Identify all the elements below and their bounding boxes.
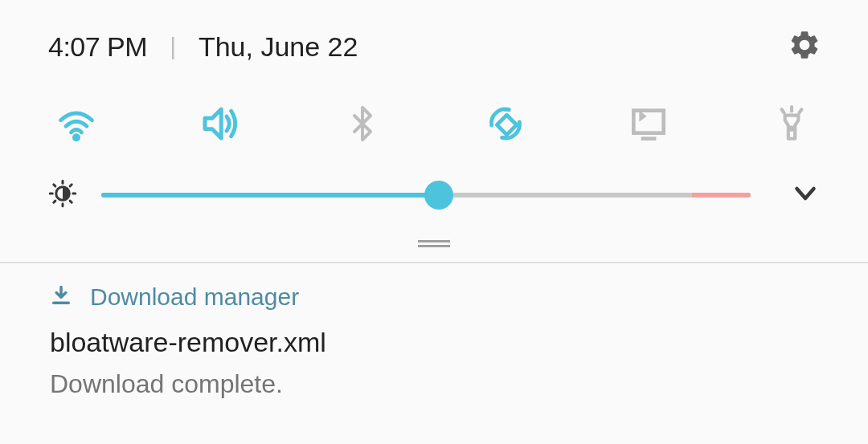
status-bar: 4:07 PM | Thu, June 22 — [0, 0, 868, 81]
svg-point-0 — [74, 136, 78, 140]
slider-fill — [101, 193, 439, 198]
slider-warn-zone — [692, 193, 751, 198]
svg-point-4 — [790, 128, 792, 130]
notification-app-name: Download manager — [90, 283, 299, 311]
brightness-slider[interactable] — [101, 181, 767, 210]
settings-icon[interactable] — [788, 28, 821, 65]
bluetooth-icon — [343, 104, 382, 143]
brightness-icon[interactable] — [48, 179, 77, 211]
sound-toggle[interactable] — [191, 96, 248, 152]
wifi-toggle[interactable] — [48, 96, 104, 152]
svg-line-7 — [799, 109, 801, 112]
flashlight-toggle[interactable] — [764, 96, 820, 152]
notification-item[interactable]: Download manager bloatware-remover.xml D… — [0, 263, 868, 419]
expand-chevron-icon[interactable] — [791, 179, 820, 211]
auto-rotate-icon — [485, 103, 526, 145]
flashlight-icon — [772, 104, 812, 144]
slider-thumb[interactable] — [424, 181, 453, 210]
svg-line-14 — [54, 201, 55, 202]
wifi-icon — [55, 103, 97, 145]
notification-subtitle: Download complete. — [50, 369, 818, 399]
time-date-divider: | — [170, 33, 176, 60]
download-icon — [50, 284, 72, 310]
auto-rotate-toggle[interactable] — [477, 96, 534, 152]
notification-header: Download manager — [50, 283, 818, 311]
svg-line-15 — [70, 185, 72, 186]
svg-line-11 — [70, 201, 72, 202]
drag-bars-icon — [418, 240, 450, 247]
svg-rect-2 — [633, 111, 663, 133]
sound-icon — [198, 102, 241, 145]
notification-title: bloatware-remover.xml — [50, 327, 818, 358]
brightness-row — [0, 171, 868, 235]
panel-drag-handle[interactable] — [0, 235, 868, 262]
svg-line-6 — [782, 109, 784, 112]
time-label: 4:07 PM — [48, 31, 147, 63]
date-label: Thu, June 22 — [199, 31, 358, 63]
quick-toggles-row — [0, 81, 868, 171]
slider-track — [101, 193, 751, 198]
svg-line-10 — [54, 185, 55, 186]
bluetooth-toggle[interactable] — [334, 96, 391, 152]
cast-toggle[interactable] — [620, 96, 677, 152]
status-left: 4:07 PM | Thu, June 22 — [48, 31, 358, 63]
cast-icon — [626, 101, 671, 146]
svg-rect-1 — [497, 115, 517, 135]
